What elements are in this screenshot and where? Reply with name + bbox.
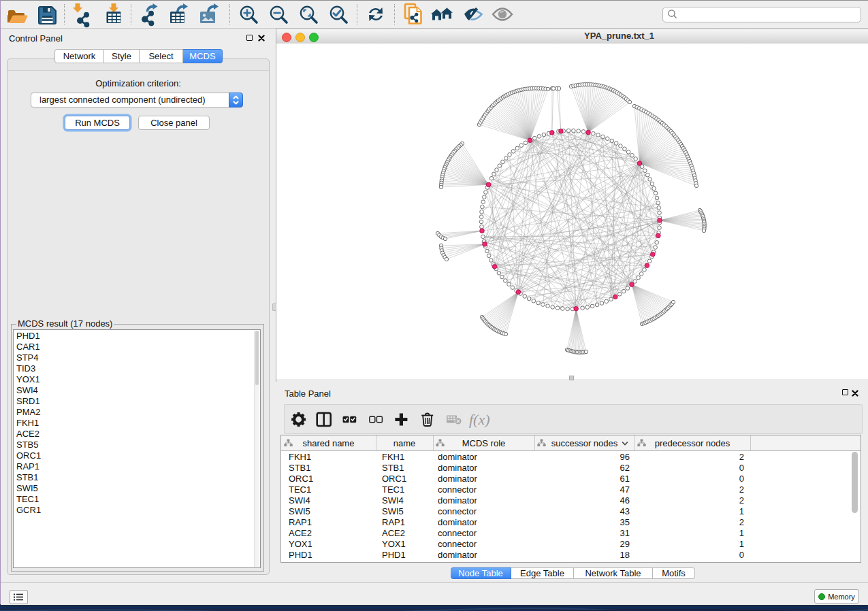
svg-text:f(x): f(x) [469,411,490,428]
